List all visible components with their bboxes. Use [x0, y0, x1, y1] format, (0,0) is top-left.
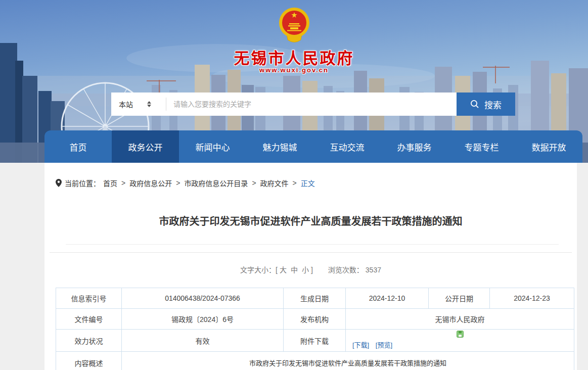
header-banner: 无锡市人民政府 www.wuxi.gov.cn 本站 搜索 首页 政务公开 新闻… [0, 0, 588, 163]
nav-item-home[interactable]: 首页 [44, 130, 112, 163]
site-name: 无锡市人民政府 [0, 45, 588, 68]
issuing-agency-label: 发布机构 [284, 309, 346, 330]
breadcrumb-prefix: 当前位置： [65, 178, 100, 188]
article-meta: 文字大小：[大中小]浏览次数：3537 [44, 264, 577, 274]
attachment-label: 附件下载 [284, 330, 346, 352]
nav-item-news[interactable]: 新闻中心 [179, 130, 246, 163]
generated-date-label: 生成日期 [284, 288, 346, 309]
summary-label: 内容概述 [56, 352, 122, 370]
breadcrumb: 当前位置： 首页 > 政府信息公开 > 市政府信息公开目录 > 政府文件 > 正… [44, 163, 577, 188]
search-button-label: 搜索 [484, 98, 502, 111]
font-size-bracket: ] [311, 266, 313, 274]
content-area: 当前位置： 首页 > 政府信息公开 > 市政府信息公开目录 > 政府文件 > 正… [44, 163, 577, 370]
publish-date-label: 公开日期 [429, 288, 490, 309]
site-url: www.wuxi.gov.cn [0, 66, 588, 74]
breadcrumb-separator: > [293, 179, 297, 187]
divider [66, 244, 559, 245]
table-row: 信息索引号 014006438/2024-07366 生成日期 2024-12-… [56, 288, 574, 309]
search-icon [470, 100, 479, 109]
font-size-bracket: [ [276, 266, 278, 274]
breadcrumb-separator: > [252, 179, 256, 187]
attachment-cell: [下载] [预览] [346, 330, 574, 352]
validity-label: 效力状况 [56, 330, 122, 352]
national-emblem-icon [279, 7, 310, 45]
up-down-arrows-icon [147, 101, 151, 107]
search-bar: 本站 搜索 [111, 92, 515, 116]
issuing-agency-value: 无锡市人民政府 [346, 309, 574, 330]
summary-value: 市政府关于印发无锡市促进软件产业高质量发展若干政策措施的通知 [122, 352, 574, 370]
search-scope-value: 本站 [119, 99, 133, 109]
info-index-value: 014006438/2024-07366 [122, 288, 284, 309]
nav-item-open-data[interactable]: 数据开放 [515, 130, 582, 163]
info-index-label: 信息索引号 [56, 288, 122, 309]
font-size-label: 文字大小： [240, 266, 276, 274]
attachment-preview-link[interactable]: [预览] [376, 341, 392, 349]
page-title: 市政府关于印发无锡市促进软件产业高质量发展若干政策措施的通知 [44, 213, 577, 228]
attachment-download-link[interactable]: [下载] [352, 341, 369, 349]
views-label: 浏览次数： [328, 266, 364, 274]
doc-number-value: 锡政规〔2024〕6号 [122, 309, 284, 330]
nav-item-gov-info[interactable]: 政务公开 [112, 130, 179, 163]
publish-date-value: 2024-12-23 [490, 288, 574, 309]
table-row: 内容概述 市政府关于印发无锡市促进软件产业高质量发展若干政策措施的通知 [56, 352, 574, 370]
breadcrumb-separator: > [176, 179, 180, 187]
location-pin-icon [56, 179, 62, 187]
font-size-small-button[interactable]: 小 [302, 266, 309, 274]
search-input[interactable] [166, 92, 457, 116]
search-button[interactable]: 搜索 [457, 92, 515, 116]
nav-item-interaction[interactable]: 互动交流 [313, 130, 381, 163]
table-row: 效力状况 有效 附件下载 [下载] [预览] [56, 330, 574, 352]
table-row: 文件编号 锡政规〔2024〕6号 发布机构 无锡市人民政府 [56, 309, 574, 330]
validity-value: 有效 [122, 330, 284, 352]
info-table: 信息索引号 014006438/2024-07366 生成日期 2024-12-… [56, 288, 574, 370]
generated-date-value: 2024-12-10 [346, 288, 429, 309]
breadcrumb-separator: > [121, 179, 125, 187]
breadcrumb-link-home[interactable]: 首页 [103, 178, 117, 188]
nav-item-charm[interactable]: 魅力锡城 [246, 130, 313, 163]
breadcrumb-link-gov-info-disclosure[interactable]: 政府信息公开 [129, 178, 172, 188]
nav-item-services[interactable]: 办事服务 [381, 130, 448, 163]
floppy-disk-icon[interactable] [457, 331, 464, 338]
doc-number-label: 文件编号 [56, 309, 122, 330]
main-nav: 首页 政务公开 新闻中心 魅力锡城 互动交流 办事服务 专题专栏 数据开放 [44, 130, 582, 163]
font-size-large-button[interactable]: 大 [280, 266, 287, 274]
search-scope-select[interactable]: 本站 [111, 92, 166, 116]
breadcrumb-link-gov-documents[interactable]: 政府文件 [260, 178, 289, 188]
font-size-medium-button[interactable]: 中 [291, 266, 298, 274]
breadcrumb-current[interactable]: 正文 [301, 178, 315, 188]
divider [50, 252, 572, 253]
breadcrumb-link-disclosure-directory[interactable]: 市政府信息公开目录 [184, 178, 248, 188]
nav-item-topics[interactable]: 专题专栏 [448, 130, 515, 163]
views-count: 3537 [366, 266, 381, 274]
